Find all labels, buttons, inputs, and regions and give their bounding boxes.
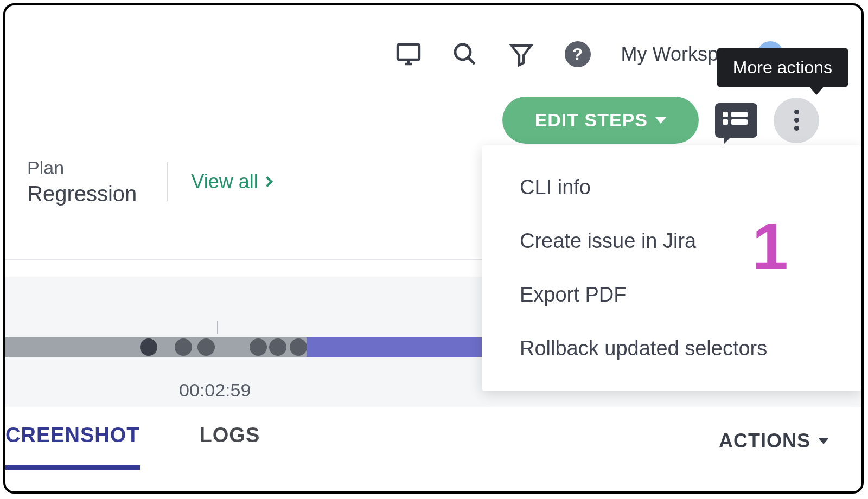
callout-annotation-1: 1: [752, 209, 788, 284]
timeline-marker[interactable]: [269, 338, 286, 356]
timeline-time-label: 00:02:59: [179, 380, 251, 401]
view-all-label: View all: [191, 170, 258, 193]
tabs-left: CREENSHOT LOGS: [5, 424, 260, 458]
svg-line-4: [468, 57, 475, 64]
timeline-marker[interactable]: [197, 338, 215, 356]
plan-value: Regression: [27, 182, 137, 206]
svg-point-3: [455, 44, 470, 60]
filter-icon[interactable]: [508, 41, 534, 67]
view-all-link[interactable]: View all: [191, 170, 271, 193]
vertical-divider: [167, 162, 168, 201]
display-monitor-icon[interactable]: [395, 41, 422, 67]
search-icon[interactable]: [452, 41, 478, 67]
edit-steps-label: EDIT STEPS: [535, 110, 648, 131]
app-window: More actions ? My Workspace: [3, 3, 864, 494]
timeline-marker[interactable]: [250, 338, 267, 356]
plan-label: Plan: [27, 157, 137, 178]
caret-down-icon: [655, 117, 666, 124]
chevron-right-icon: [262, 176, 273, 187]
plan-block: Plan Regression: [27, 157, 137, 206]
timeline-marker[interactable]: [175, 338, 192, 356]
menu-item-rollback-selectors[interactable]: Rollback updated selectors: [482, 322, 861, 375]
actions-dropdown[interactable]: ACTIONS: [719, 430, 829, 452]
actions-label: ACTIONS: [719, 430, 810, 452]
tab-logs[interactable]: LOGS: [200, 424, 260, 458]
action-row: EDIT STEPS: [502, 97, 819, 144]
timeline-tick: [217, 321, 218, 334]
menu-item-export-pdf[interactable]: Export PDF: [482, 268, 861, 322]
help-icon[interactable]: ?: [565, 41, 591, 67]
edit-steps-button[interactable]: EDIT STEPS: [502, 97, 699, 144]
svg-rect-0: [398, 44, 419, 60]
bottom-tabs: CREENSHOT LOGS ACTIONS: [5, 424, 829, 458]
vertical-dots-icon: [794, 118, 799, 123]
tab-screenshot[interactable]: CREENSHOT: [5, 424, 140, 458]
timeline-marker[interactable]: [290, 338, 307, 356]
more-actions-menu: CLI info Create issue in Jira Export PDF…: [482, 145, 861, 391]
menu-item-cli-info[interactable]: CLI info: [482, 161, 861, 214]
comments-icon[interactable]: [715, 103, 757, 138]
more-actions-tooltip: More actions: [717, 48, 848, 87]
timeline-marker[interactable]: [140, 338, 157, 356]
more-actions-button[interactable]: [774, 98, 819, 143]
svg-marker-5: [512, 46, 531, 65]
caret-down-icon: [818, 438, 829, 444]
menu-item-create-jira[interactable]: Create issue in Jira: [482, 214, 861, 268]
